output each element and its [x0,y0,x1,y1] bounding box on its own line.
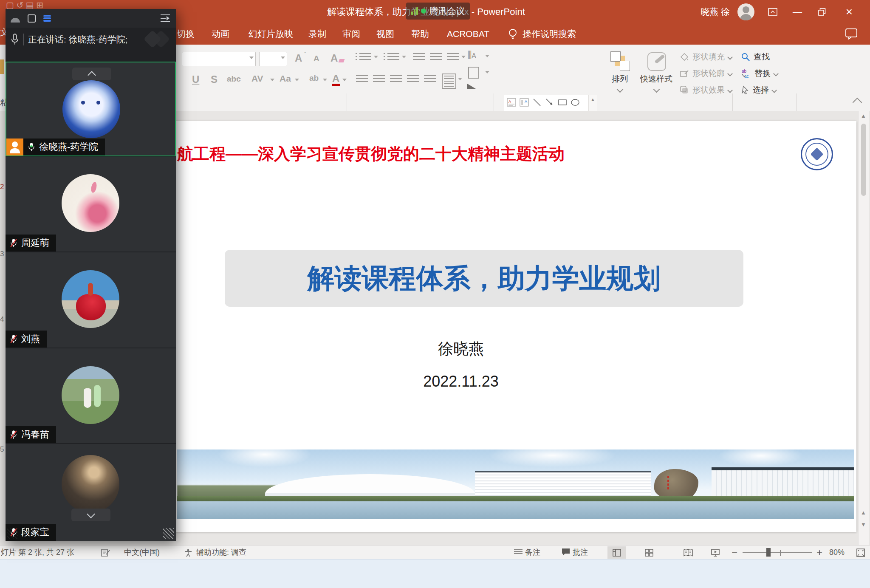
replace-button[interactable]: abac 替换 [741,68,778,79]
collapse-video-button[interactable] [72,68,111,80]
tab-help[interactable]: 帮助 [411,23,429,45]
participant-tile-zhouyanmeng[interactable]: 周延萌 [6,157,176,252]
text-direction-button[interactable]: ⫼A [467,50,476,61]
tab-acrobat[interactable]: ACROBAT [447,23,489,45]
file-tab-fragment[interactable]: 文 [0,26,6,38]
shape-line-icon[interactable] [531,96,543,109]
comments-button[interactable]: 批注 [562,546,588,560]
mic-muted-icon [10,527,17,538]
underline-button[interactable]: U [192,74,199,85]
zoom-level[interactable]: 80% [829,546,845,560]
collapse-panel-icon[interactable] [160,14,171,23]
resize-grip[interactable] [163,528,174,539]
slide-scrollbar[interactable]: ▲ ▲ ▼ [858,111,869,545]
slide-sorter-view-button[interactable] [640,546,658,559]
tab-view[interactable]: 视图 [376,23,394,45]
shape-textbox-icon[interactable]: A [505,96,518,109]
tab-slideshow[interactable]: 幻灯片放映 [249,23,293,45]
increase-indent-button[interactable] [430,53,442,62]
collapse-ribbon-button[interactable] [853,98,862,107]
participant-tile-xuxiaoyan[interactable]: 徐晓燕-药学院 [6,62,176,156]
slide[interactable]: 航工程——深入学习宣传贯彻党的二十大精神主题活动 解读课程体系，助力学业规划 徐… [144,121,856,532]
tencent-meeting-panel[interactable]: 正在讲话: 徐晓燕-药学院; 徐晓燕-药学院 周延萌 [6,9,176,541]
quick-styles-button[interactable]: 快速样式 [638,51,675,92]
bullets-button[interactable] [359,53,371,62]
quick-access-toolbar-fragment[interactable]: ▢ ↺ ▤ ⊞ [6,0,43,9]
columns-button[interactable] [442,74,456,89]
normal-view-button[interactable] [607,546,626,559]
tell-me-search[interactable]: 操作说明搜索 [523,23,576,45]
spell-check-icon[interactable] [101,548,110,557]
comments-icon[interactable] [845,28,857,40]
minimize-button[interactable]: — [785,0,810,23]
shape-arrow-icon[interactable] [543,96,556,109]
notes-button[interactable]: 备注 [514,546,540,560]
tab-record[interactable]: 录制 [308,23,326,45]
find-button[interactable]: 查找 [741,51,770,62]
participant-tile-duanjiabao[interactable]: 段家宝 [6,444,176,541]
next-slide-icon[interactable]: ▼ [861,521,866,528]
fit-to-window-icon[interactable] [856,548,865,557]
align-left-button[interactable] [356,75,368,84]
speaking-mic-icon[interactable] [11,34,19,45]
slideshow-view-button[interactable] [706,546,725,559]
decrease-indent-button[interactable] [413,53,425,62]
accessibility-status[interactable]: 辅助功能: 调查 [196,546,246,560]
slide-title-box[interactable]: 解读课程体系，助力学业规划 [225,250,743,307]
justify-button[interactable] [407,75,419,84]
previous-slide-icon[interactable]: ▲ [861,509,866,516]
distribute-button[interactable] [424,75,436,84]
grow-font-button[interactable]: A [295,52,302,64]
shadow-button[interactable]: S [211,74,218,85]
layout-menu-icon[interactable] [43,15,51,22]
arrange-button[interactable]: 排列 [607,51,632,92]
align-center-button[interactable] [373,75,385,84]
restore-button[interactable] [810,0,834,23]
align-right-button[interactable] [390,75,402,84]
zoom-out-button[interactable]: − [732,546,737,560]
strikethrough-button[interactable]: abc [227,74,241,84]
ribbon-display-options-button[interactable] [760,0,785,23]
change-case-button[interactable]: Aa [280,74,291,84]
paste-icon-fragment[interactable] [0,59,4,74]
close-button[interactable]: × [837,0,862,23]
scrollbar-thumb[interactable] [861,124,866,196]
font-name-combobox[interactable] [182,52,256,66]
shape-oval-icon[interactable] [569,96,582,109]
language-indicator[interactable]: 中文(中国) [124,546,160,560]
character-spacing-button[interactable]: AV [251,74,263,84]
scroll-up-icon[interactable]: ▲ [861,113,866,119]
expand-more-participants-button[interactable] [71,509,110,521]
reading-view-button[interactable] [679,546,698,559]
shrink-font-button[interactable]: A [314,54,319,63]
zoom-slider-track[interactable] [743,552,812,553]
numbering-button[interactable] [387,53,399,62]
shape-fill-button[interactable]: 形状填充 [680,51,732,62]
minimize-meeting-icon[interactable] [11,18,20,23]
zoom-slider-thumb[interactable] [766,548,771,557]
shape-rectangle-icon[interactable] [556,96,569,109]
clear-formatting-button[interactable]: A [330,52,338,64]
restore-meeting-icon[interactable] [28,14,36,23]
participant-tile-fengchunmiao[interactable]: 冯春苗 [6,348,176,443]
font-color-button[interactable]: A [332,73,339,85]
shape-outline-button[interactable]: 形状轮廓 [680,68,732,79]
smartart-convert-button[interactable] [467,84,476,89]
tab-animations[interactable]: 动画 [212,23,229,45]
participant-tile-liuyan[interactable]: 刘燕 [6,252,176,348]
select-button[interactable]: 选择 [741,85,776,96]
windows-taskbar: P M 19:28 2022/11/23 2 [0,559,870,588]
line-spacing-button[interactable] [447,53,459,62]
align-text-button[interactable] [468,67,479,79]
shape-effects-button[interactable]: 形状效果 [680,85,732,96]
shape-vertical-textbox-icon[interactable]: A [518,96,531,109]
tencent-meeting-badge[interactable]: 腾讯会议 [406,3,470,20]
highlight-button[interactable]: ab [309,74,319,83]
zoom-in-button[interactable]: + [816,546,822,560]
account-name[interactable]: 晓燕 徐 [701,0,730,23]
slide-counter[interactable]: 灯片 第 2 张, 共 27 张 [1,546,74,560]
tab-transitions[interactable]: 切换 [177,23,195,45]
tab-review[interactable]: 审阅 [342,23,360,45]
font-size-combobox[interactable] [259,52,287,66]
account-avatar[interactable] [737,3,754,20]
